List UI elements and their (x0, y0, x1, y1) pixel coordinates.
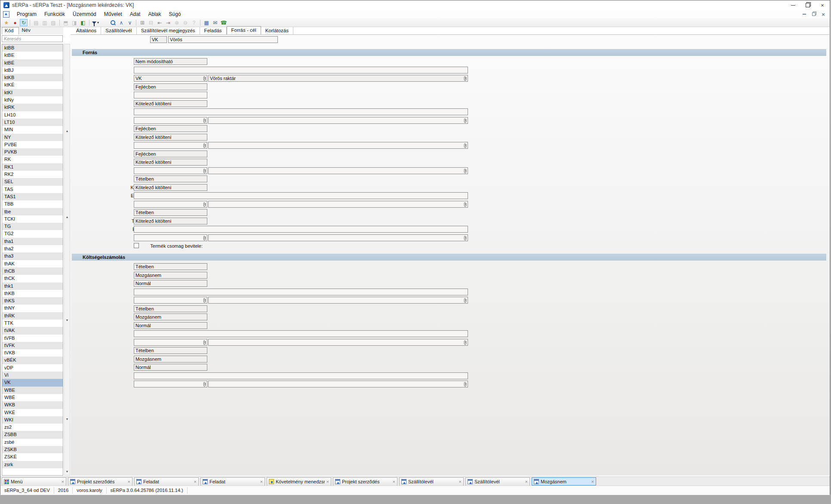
taskbar-tab-mozg-snem[interactable]: Mozgásnem× (532, 477, 596, 486)
list-item[interactable]: TTK (2, 320, 63, 327)
list-item[interactable]: zs2 (2, 424, 63, 431)
paperclip-icon[interactable] (203, 118, 206, 123)
field-aj-nlott-k-lts-ghely-al-bont-s-name[interactable] (208, 201, 468, 208)
search-input[interactable]: Keresés (2, 35, 63, 42)
field-gyf-l-al-bont-s-mez-t-pus[interactable]: Kötelező kitölteni (134, 134, 207, 141)
field-aj-nlott-k-lts-ghely-name[interactable] (208, 297, 468, 304)
tab-sz-ll-t-lev-l-megjegyz-s[interactable]: Szállítólevél megjegyzés (137, 27, 200, 34)
taskbar-tab-sz-ll-t-lev-l[interactable]: Szállítólevél× (465, 477, 530, 486)
field-rakt-rhely-bevitel[interactable]: Fejlécben (134, 83, 207, 90)
list-item[interactable]: vBÉK (2, 356, 63, 364)
field-k-lts-ghely-al-bont-s-bevitel[interactable]: Tételben (134, 175, 207, 182)
list-item[interactable]: WKI (2, 416, 63, 424)
field-aj-nlott-t-masz-m-al-bont-s-code[interactable] (134, 234, 207, 241)
attach-window-icon[interactable]: ⊞ (138, 19, 146, 26)
field-aj-nlott-poz-ci-sz-m-name[interactable] (208, 381, 468, 387)
checkbox-term-k-csomag-bevitele[interactable] (134, 243, 139, 248)
list-item[interactable]: TAS1 (2, 193, 63, 200)
paperclip-icon[interactable] (464, 118, 467, 123)
list-item[interactable]: tha2 (2, 245, 63, 252)
refresh-icon[interactable]: ↻ (20, 19, 28, 26)
field-eng-t-masz-m-al-bont-s-k-plet[interactable] (134, 226, 468, 233)
field-pozici-sz-m-mez-t-pus[interactable]: Normál (134, 364, 207, 371)
movement-type-code-field[interactable]: VK (150, 36, 167, 43)
list-item[interactable]: tbe (2, 208, 63, 215)
list-item[interactable]: ZSBB (2, 431, 63, 438)
list-item[interactable]: TAS (2, 186, 63, 193)
menu-item-ablak[interactable]: Ablak (144, 10, 165, 18)
tab-close-icon[interactable]: × (325, 479, 329, 484)
list-item[interactable]: TG2 (2, 230, 63, 237)
tab-felad-s[interactable]: Feladás (200, 27, 227, 34)
list-item[interactable]: RK2 (2, 171, 63, 178)
tab-sz-ll-t-lev-l[interactable]: Szállítólevél (101, 27, 136, 34)
list-item[interactable]: ktBJ (2, 67, 63, 74)
list-item[interactable]: LH10 (2, 111, 63, 119)
list-item[interactable]: VK (2, 379, 63, 386)
list-scrollbar[interactable]: ▲▲▼▼▼ (64, 44, 70, 476)
field-eng-k-lts-ghely-k-plet[interactable] (134, 289, 468, 295)
field-eng-poz-ci-sz-m-k-plet[interactable] (134, 372, 468, 379)
field-aj-nlott-t-masz-m-al-bont-s-name[interactable] (208, 234, 468, 241)
field-poz-ci-sz-m-aj-nl-s[interactable]: Mozgásnem (134, 356, 207, 363)
tab-ltal-nos[interactable]: Általános (72, 27, 101, 34)
child-close-icon[interactable]: × (819, 11, 828, 18)
minimize-icon[interactable] (786, 0, 800, 10)
list-item[interactable]: tVAK (2, 327, 63, 334)
list-item[interactable]: WKB (2, 401, 63, 409)
list-item[interactable]: tVKB (2, 349, 63, 356)
search-icon[interactable] (109, 19, 117, 26)
field-aj-nlott-k-lts-ghely-al-bont-s-code[interactable] (134, 201, 207, 208)
list-item[interactable]: WBÉ (2, 394, 63, 401)
paperclip-icon[interactable] (464, 143, 467, 148)
list-item[interactable]: zsrk (2, 461, 63, 468)
sidebar-tab-k-d[interactable]: Kód (2, 27, 19, 34)
list-item[interactable]: SEL (2, 178, 63, 185)
paperclip-icon[interactable] (203, 202, 206, 207)
sidebar-tab-n-v[interactable]: Név (19, 27, 35, 34)
field-aj-nlott-gyf-l-al-bont-s-code[interactable] (134, 142, 207, 149)
mail-icon[interactable]: ✉ (211, 19, 219, 26)
window-back-icon[interactable]: ⇤ (156, 19, 163, 26)
list-item[interactable]: WBE (2, 387, 63, 394)
paperclip-icon[interactable] (203, 298, 206, 303)
taskbar-tab-feladat[interactable]: Feladat× (200, 477, 265, 486)
taskbar-tab-projekt-szerz-d-s[interactable]: Projekt szerződés× (333, 477, 397, 486)
paperclip-icon[interactable] (203, 381, 206, 387)
field-eng-t-masz-m-k-plet[interactable] (134, 330, 468, 337)
list-item[interactable]: tVFK (2, 342, 63, 349)
paperclip-icon[interactable] (203, 340, 206, 345)
taskbar-tab-projekt-szerz-d-s[interactable]: Projekt szerződés× (68, 477, 132, 486)
open-icon[interactable]: ★ (3, 19, 10, 26)
field-rakt-rhely-aj-nl-s[interactable] (134, 92, 207, 98)
child-window-icon[interactable] (3, 11, 9, 18)
code-list[interactable]: ktBBktBEktBÉktBJktKBktKÉktKIktNyktRKLH10… (2, 44, 63, 476)
field-szem-ly-al-bont-s-bevitel[interactable]: Fejlécben (134, 151, 207, 157)
filter-icon[interactable]: ▾ (92, 19, 99, 26)
field-aj-nlott-rakt-r-code[interactable]: VK (134, 75, 207, 82)
list-item[interactable]: WKÉ (2, 409, 63, 416)
list-item[interactable]: ktNy (2, 96, 63, 104)
list-item[interactable]: ktBE (2, 52, 63, 59)
field-poz-ci-sz-m-bevitel[interactable]: Tételben (134, 347, 207, 354)
list-item[interactable]: RK1 (2, 163, 63, 171)
list-item[interactable]: thKS (2, 297, 63, 304)
field-eng-rakt-rhely[interactable] (134, 108, 468, 115)
tab-forr-s-c-l[interactable]: Forrás - cél (227, 26, 261, 35)
field-aj-nlott-t-masz-m-name[interactable] (208, 339, 468, 346)
list-item[interactable]: MIN (2, 126, 63, 133)
list-item[interactable]: thKB (2, 290, 63, 297)
field-rakt-r-mez-t-pus[interactable]: Nem módosítható (134, 58, 207, 65)
list-item[interactable]: tVFB (2, 335, 63, 342)
paperclip-icon[interactable] (203, 168, 206, 173)
save-icon[interactable]: ● (11, 19, 19, 26)
tab-close-icon[interactable]: × (126, 479, 130, 484)
list-item[interactable]: ZSKB (2, 446, 63, 453)
list-item[interactable]: tha1 (2, 238, 63, 245)
menu-item-adat[interactable]: Adat (126, 10, 145, 18)
list-item[interactable]: ktBB (2, 44, 63, 52)
field-aj-nlott-rakt-rhely-code[interactable] (134, 117, 207, 124)
field-t-masz-m-al-bont-s-bevitel[interactable]: Tételben (134, 209, 207, 216)
scroll-mark-icon[interactable]: ▼ (65, 470, 69, 473)
list-item[interactable]: PVKB (2, 148, 63, 156)
